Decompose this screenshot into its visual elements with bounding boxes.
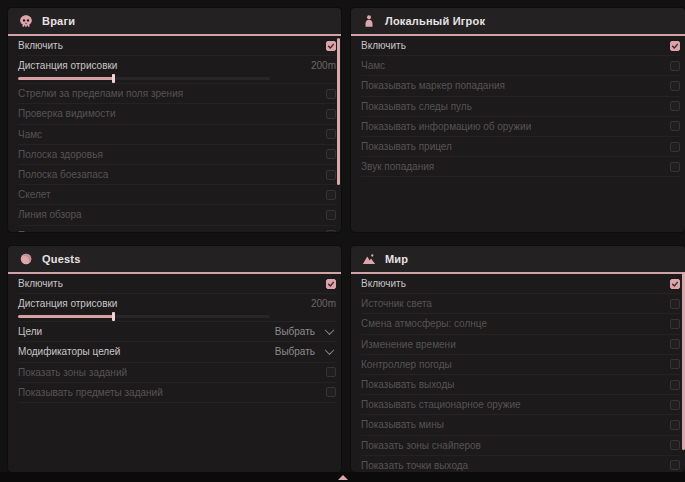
checkbox[interactable] xyxy=(670,420,680,430)
slider-value: 200m xyxy=(311,60,336,71)
setting-label: Контроллер погоды xyxy=(361,359,452,370)
setting-row-checkbox[interactable]: Изменение времени xyxy=(361,335,680,355)
setting-row-checkbox[interactable]: Контроллер погоды xyxy=(361,355,680,375)
scrollbar[interactable] xyxy=(337,38,340,185)
checkbox[interactable] xyxy=(670,121,680,131)
slider[interactable] xyxy=(18,312,270,321)
checkbox[interactable] xyxy=(326,170,336,180)
setting-label: Источник света xyxy=(361,298,432,309)
setting-row-checkbox[interactable]: Показывать маркер попадания xyxy=(361,76,680,96)
checkbox[interactable] xyxy=(670,319,680,329)
setting-label: Показывать прицел xyxy=(361,141,452,152)
setting-label: Полоска здоровья xyxy=(18,149,103,160)
panel-enemies-header[interactable]: Враги xyxy=(8,8,341,36)
cheat-menu-overlay: Враги ВключитьДистанция отрисовки200mСтр… xyxy=(0,0,685,482)
setting-label: Изменение времени xyxy=(361,339,456,350)
checkbox[interactable] xyxy=(670,380,680,390)
setting-row-checkbox[interactable]: Смена атмосферы: солнце xyxy=(361,314,680,334)
panel-local-player-body: ВключитьЧамсПоказывать маркер попаданияП… xyxy=(351,36,685,232)
setting-row-checkbox[interactable]: Показывать прицел xyxy=(361,137,680,157)
checkbox[interactable] xyxy=(326,387,336,397)
checkbox[interactable] xyxy=(670,41,680,51)
dropdown-value: Выбрать xyxy=(275,346,315,357)
skull-icon xyxy=(19,14,33,28)
dropdown[interactable]: Выбрать xyxy=(275,326,333,337)
setting-row-checkbox[interactable]: Полоска здоровья xyxy=(18,145,336,165)
checkbox[interactable] xyxy=(326,89,336,99)
setting-label: Стрелки за пределами поля зрения xyxy=(18,88,183,99)
setting-label: Линия обзора xyxy=(18,209,82,220)
setting-row-slider[interactable]: Дистанция отрисовки200m xyxy=(18,294,336,322)
checkbox[interactable] xyxy=(326,279,336,289)
setting-row-checkbox[interactable]: Полоска боезапаса xyxy=(18,165,336,185)
slider-handle[interactable] xyxy=(112,74,115,83)
panel-local-player: Локальный Игрок ВключитьЧамсПоказывать м… xyxy=(351,8,685,232)
setting-row-checkbox[interactable]: Показать точки выхода xyxy=(361,456,680,472)
panel-title: Мир xyxy=(385,253,408,265)
setting-label: Дистанция отрисовки xyxy=(18,60,117,71)
checkbox[interactable] xyxy=(670,339,680,349)
setting-row-checkbox[interactable]: Показывать выходы xyxy=(361,375,680,395)
setting-label: Показывать информацию об оружии xyxy=(361,121,531,132)
setting-row-checkbox[interactable]: Звук попадания xyxy=(361,157,680,177)
slider[interactable] xyxy=(18,74,270,83)
checkbox[interactable] xyxy=(326,230,336,232)
setting-row-checkbox[interactable]: Чамс xyxy=(18,125,336,145)
setting-row-checkbox[interactable]: Показывать предметы заданий xyxy=(18,383,336,403)
checkbox[interactable] xyxy=(326,367,336,377)
checkbox[interactable] xyxy=(326,190,336,200)
setting-row-checkbox[interactable]: Скелет xyxy=(18,185,336,205)
setting-row-checkbox[interactable]: Показать зоны снайперов xyxy=(361,436,680,456)
checkbox[interactable] xyxy=(670,162,680,172)
checkbox[interactable] xyxy=(326,129,336,139)
panel-world-header[interactable]: Мир xyxy=(351,246,685,274)
setting-row-slider[interactable]: Дистанция отрисовки200m xyxy=(18,56,336,84)
setting-row-checkbox[interactable]: Показывать следы пуль xyxy=(18,226,336,233)
setting-label: Показывать маркер попадания xyxy=(361,80,505,91)
panel-title: Враги xyxy=(42,15,75,27)
checkbox[interactable] xyxy=(670,460,680,470)
setting-label: Включить xyxy=(18,278,63,289)
checkbox[interactable] xyxy=(326,210,336,220)
setting-row-checkbox[interactable]: Проверка видимости xyxy=(18,104,336,124)
checkbox[interactable] xyxy=(670,61,680,71)
panel-local-player-header[interactable]: Локальный Игрок xyxy=(351,8,685,36)
slider-handle[interactable] xyxy=(112,312,115,321)
setting-row-dropdown[interactable]: ЦелиВыбрать xyxy=(18,322,336,342)
setting-row-checkbox[interactable]: Включить xyxy=(361,274,680,294)
checkbox[interactable] xyxy=(670,279,680,289)
checkbox[interactable] xyxy=(670,81,680,91)
checkbox[interactable] xyxy=(670,142,680,152)
panel-enemies: Враги ВключитьДистанция отрисовки200mСтр… xyxy=(8,8,341,232)
checkbox[interactable] xyxy=(670,359,680,369)
checkbox[interactable] xyxy=(326,149,336,159)
setting-label: Дистанция отрисовки xyxy=(18,298,117,309)
checkbox[interactable] xyxy=(326,109,336,119)
dropdown[interactable]: Выбрать xyxy=(275,346,333,357)
setting-row-checkbox[interactable]: Линия обзора xyxy=(18,205,336,225)
setting-row-checkbox[interactable]: Чамс xyxy=(361,56,680,76)
setting-row-checkbox[interactable]: Включить xyxy=(18,36,336,56)
setting-row-dropdown[interactable]: Модификаторы целейВыбрать xyxy=(18,342,336,362)
checkbox[interactable] xyxy=(670,400,680,410)
setting-label: Чамс xyxy=(361,60,385,71)
setting-row-checkbox[interactable]: Показывать информацию об оружии xyxy=(361,117,680,137)
checkbox[interactable] xyxy=(326,41,336,51)
setting-label: Показать точки выхода xyxy=(361,460,468,471)
setting-row-checkbox[interactable]: Стрелки за пределами поля зрения xyxy=(18,84,336,104)
checkbox[interactable] xyxy=(670,299,680,309)
slider-value: 200m xyxy=(311,298,336,309)
setting-row-checkbox[interactable]: Показывать следы пуль xyxy=(361,97,680,117)
setting-row-checkbox[interactable]: Показывать мины xyxy=(361,415,680,435)
setting-row-checkbox[interactable]: Показывать стационарное оружие xyxy=(361,395,680,415)
setting-label: Включить xyxy=(18,40,63,51)
scroll-up-icon[interactable] xyxy=(338,475,348,480)
setting-row-checkbox[interactable]: Показать зоны заданий xyxy=(18,363,336,383)
setting-row-checkbox[interactable]: Источник света xyxy=(361,294,680,314)
dropdown-value: Выбрать xyxy=(275,326,315,337)
panel-quests-header[interactable]: Quests xyxy=(8,246,341,274)
checkbox[interactable] xyxy=(670,101,680,111)
setting-row-checkbox[interactable]: Включить xyxy=(361,36,680,56)
setting-row-checkbox[interactable]: Включить xyxy=(18,274,336,294)
checkbox[interactable] xyxy=(670,440,680,450)
